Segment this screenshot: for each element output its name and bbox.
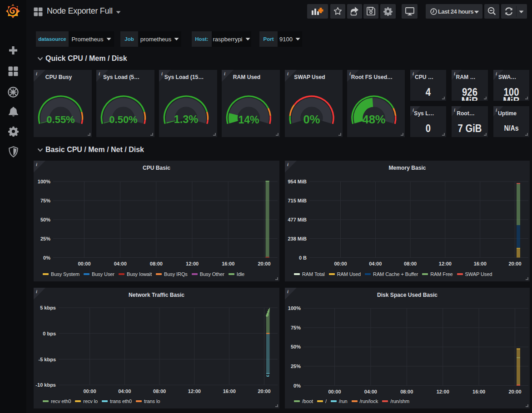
svg-text:00:00: 00:00 [334, 261, 347, 266]
svg-text:16:00: 16:00 [223, 388, 236, 394]
svg-text:477 MiB: 477 MiB [288, 217, 307, 222]
svg-text:00:00: 00:00 [78, 261, 90, 266]
svg-text:08:00: 08:00 [150, 261, 163, 266]
svg-text:25%: 25% [40, 236, 50, 241]
svg-text:00:00: 00:00 [83, 388, 96, 394]
svg-text:954 MiB: 954 MiB [288, 179, 307, 184]
svg-text:12:00: 12:00 [437, 389, 449, 394]
svg-text:08:00: 08:00 [153, 388, 166, 394]
svg-text:20:00: 20:00 [508, 261, 521, 266]
svg-text:75%: 75% [40, 198, 50, 203]
svg-text:16:00: 16:00 [474, 261, 487, 266]
svg-text:16:00: 16:00 [472, 389, 485, 394]
svg-text:5 kbps: 5 kbps [40, 305, 56, 310]
svg-text:-10 kbps: -10 kbps [35, 382, 56, 388]
svg-text:04:00: 04:00 [118, 388, 131, 394]
svg-text:100%: 100% [38, 179, 50, 184]
svg-text:04:00: 04:00 [369, 261, 382, 266]
svg-text:75%: 75% [291, 325, 301, 330]
svg-text:12:00: 12:00 [186, 261, 199, 266]
svg-text:0%: 0% [293, 383, 301, 388]
svg-text:100%: 100% [288, 305, 301, 311]
svg-text:16:00: 16:00 [222, 261, 234, 266]
svg-text:-5 kbps: -5 kbps [38, 357, 56, 362]
svg-text:0 B: 0 B [299, 255, 307, 261]
svg-text:238 MiB: 238 MiB [288, 236, 307, 241]
svg-text:08:00: 08:00 [404, 261, 417, 266]
svg-text:50%: 50% [291, 344, 301, 349]
svg-text:20:00: 20:00 [258, 261, 270, 266]
svg-text:04:00: 04:00 [114, 261, 127, 266]
svg-text:12:00: 12:00 [439, 261, 452, 266]
svg-text:20:00: 20:00 [258, 388, 270, 394]
svg-text:0 bps: 0 bps [43, 331, 56, 336]
svg-text:00:00: 00:00 [328, 389, 341, 394]
svg-text:20:00: 20:00 [508, 389, 521, 394]
svg-text:50%: 50% [40, 217, 50, 222]
svg-text:12:00: 12:00 [188, 388, 201, 394]
svg-text:715 MiB: 715 MiB [288, 198, 307, 203]
svg-text:25%: 25% [291, 364, 301, 369]
svg-text:04:00: 04:00 [364, 389, 377, 394]
svg-text:0%: 0% [43, 255, 50, 261]
svg-text:08:00: 08:00 [400, 389, 413, 394]
